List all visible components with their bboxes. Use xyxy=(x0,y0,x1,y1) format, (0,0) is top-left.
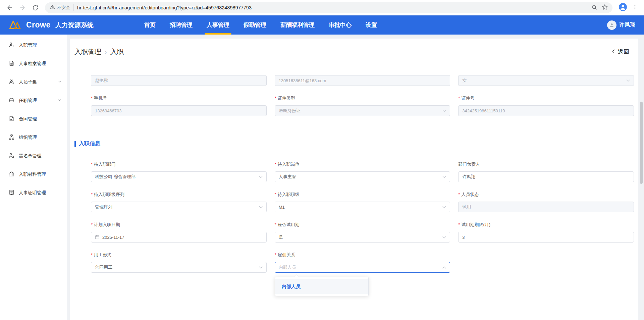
app-header: Crowe 人力资源系统 首页 招聘管理 人事管理 假勤管理 薪酬福利管理 审批… xyxy=(0,15,644,35)
sidebar-item-label: 人事证明管理 xyxy=(19,190,46,196)
plan-date-label: 计划入职日期 xyxy=(91,222,267,228)
employment-relation-value: 内部人员 xyxy=(279,264,440,270)
employment-type-value: 合同用工 xyxy=(95,264,256,270)
position-select[interactable]: 人事主管 xyxy=(275,171,450,182)
nav-item-recruitment[interactable]: 招聘管理 xyxy=(170,15,193,35)
bookmark-star-icon[interactable] xyxy=(602,4,608,11)
dept-leader-input[interactable] xyxy=(458,171,634,182)
scrollbar-thumb[interactable] xyxy=(640,102,643,184)
person-add-icon xyxy=(9,42,14,49)
dropdown-option-internal[interactable]: 内部人员 xyxy=(275,279,368,294)
site-security-chip[interactable]: 不安全 xyxy=(50,4,74,11)
sidebar-item-label: 合同管理 xyxy=(19,116,37,122)
back-button-label: 返回 xyxy=(618,48,629,56)
staff-status-label: 人员状态 xyxy=(458,192,634,198)
sidebar-item-label: 人员子集 xyxy=(19,79,37,85)
probation-value: 是 xyxy=(279,234,440,240)
grade-select[interactable]: M1 xyxy=(275,202,450,212)
grade-sequence-select[interactable]: 管理序列 xyxy=(91,202,267,212)
browser-menu-kebab-icon[interactable] xyxy=(632,4,638,11)
position-label: 待入职岗位 xyxy=(275,161,450,167)
browser-back-button[interactable] xyxy=(4,2,15,13)
sidebar-item-personnel-subset[interactable]: 人员子集 xyxy=(0,73,67,91)
breadcrumb-current: 入职 xyxy=(110,47,124,56)
plan-date-picker[interactable]: 2025-11-17 xyxy=(91,232,267,243)
user-block-icon xyxy=(9,153,14,159)
chevron-down-icon xyxy=(58,79,62,85)
chevron-down-icon xyxy=(58,98,62,103)
security-label: 不安全 xyxy=(57,5,70,11)
browser-refresh-button[interactable] xyxy=(30,2,41,13)
name-input[interactable] xyxy=(91,75,267,86)
dept-leader-label: 部门负责人 xyxy=(458,161,634,167)
chevron-down-icon xyxy=(442,110,446,112)
dropdown-caret xyxy=(294,274,299,279)
department-label: 待入职部门 xyxy=(91,161,267,167)
staff-status-input[interactable] xyxy=(458,202,634,212)
sidebar-item-blacklist-mgmt[interactable]: 黑名单管理 xyxy=(0,147,67,165)
id-type-select[interactable]: 居民身份证 xyxy=(275,105,450,116)
grade-sequence-value: 管理序列 xyxy=(95,204,256,210)
chevron-up-icon xyxy=(442,266,446,269)
grade-value: M1 xyxy=(279,205,440,210)
nav-item-attendance[interactable]: 假勤管理 xyxy=(244,15,266,35)
employment-relation-select[interactable]: 内部人员 xyxy=(275,262,450,273)
nav-item-compensation[interactable]: 薪酬福利管理 xyxy=(280,15,315,35)
email-input[interactable] xyxy=(275,75,450,86)
header-user[interactable]: 许凤翔 xyxy=(607,20,635,30)
user-name: 许凤翔 xyxy=(619,21,635,29)
phone-input[interactable] xyxy=(91,105,267,116)
id-number-input[interactable] xyxy=(458,105,634,116)
nav-item-approval[interactable]: 审批中心 xyxy=(329,15,352,35)
probation-months-input[interactable] xyxy=(458,232,634,243)
sidebar-item-onboarding-materials[interactable]: 入职材料管理 xyxy=(0,165,67,183)
position-value: 人事主管 xyxy=(279,174,440,180)
chevron-down-icon xyxy=(259,206,263,208)
grade-sequence-label: 待入职职级序列 xyxy=(91,192,267,198)
briefcase-icon xyxy=(9,97,14,104)
url-text[interactable]: hr-test.zjf-it.cn/#/hr-anagement/editonb… xyxy=(77,5,588,10)
nav-item-settings[interactable]: 设置 xyxy=(366,15,377,35)
employment-type-select[interactable]: 合同用工 xyxy=(91,262,267,273)
section-header: 入职信息 xyxy=(74,140,638,147)
sidebar-item-personnel-certificate[interactable]: 人事证明管理 xyxy=(0,183,67,202)
sidebar-item-onboarding-mgmt[interactable]: 入职管理 xyxy=(0,36,67,54)
id-type-value: 居民身份证 xyxy=(279,108,440,114)
employment-relation-label: 雇佣关系 xyxy=(275,252,450,258)
bank-columns-icon xyxy=(9,171,14,178)
org-chart-icon xyxy=(9,134,14,141)
id-number-label: 证件号 xyxy=(458,95,634,101)
chevron-down-icon xyxy=(442,236,446,238)
chevron-down-icon xyxy=(442,206,446,208)
main-content: 入职管理 › 入职 返回 xyxy=(67,35,644,320)
nav-item-home[interactable]: 首页 xyxy=(144,15,156,35)
browser-profile-avatar[interactable] xyxy=(619,3,627,12)
sidebar-item-tenure-mgmt[interactable]: 任职管理 xyxy=(0,91,67,110)
zoom-icon[interactable] xyxy=(591,4,597,11)
department-select[interactable]: 科技公司-综合管理部 xyxy=(91,171,267,182)
probation-select[interactable]: 是 xyxy=(275,232,450,243)
breadcrumb-separator: › xyxy=(105,48,107,56)
department-value: 科技公司-综合管理部 xyxy=(95,174,256,180)
chevron-left-icon xyxy=(611,49,616,55)
employment-relation-dropdown: 内部人员 xyxy=(275,277,369,296)
sidebar-item-org-mgmt[interactable]: 组织管理 xyxy=(0,128,67,147)
sidebar-item-label: 组织管理 xyxy=(19,135,37,141)
back-button[interactable]: 返回 xyxy=(611,48,629,56)
page-card: 入职管理 › 入职 返回 xyxy=(70,39,638,320)
breadcrumb-parent[interactable]: 入职管理 xyxy=(74,47,101,56)
sidebar-item-contract-mgmt[interactable]: 合同管理 xyxy=(0,110,67,128)
browser-forward-button[interactable] xyxy=(17,2,28,13)
address-bar[interactable]: 不安全 hr-test.zjf-it.cn/#/hr-anagement/edi… xyxy=(45,2,612,13)
chevron-down-icon xyxy=(442,176,446,178)
certificate-file-icon xyxy=(9,190,14,196)
sidebar-item-personnel-archive[interactable]: 人事档案管理 xyxy=(0,54,67,73)
sidebar: 入职管理 人事档案管理 人员子集 任职管理 合同管理 组织管理 黑名单管理 xyxy=(0,35,67,320)
nav-item-personnel[interactable]: 人事管理 xyxy=(207,15,229,35)
chevron-down-icon xyxy=(259,266,263,269)
sidebar-item-label: 任职管理 xyxy=(19,98,37,104)
id-type-label: 证件类型 xyxy=(275,95,450,101)
gender-select[interactable]: 女 xyxy=(458,75,634,86)
probation-months-label: 试用期期限(月) xyxy=(458,222,634,228)
top-navigation: 首页 招聘管理 人事管理 假勤管理 薪酬福利管理 审批中心 设置 xyxy=(144,15,377,35)
